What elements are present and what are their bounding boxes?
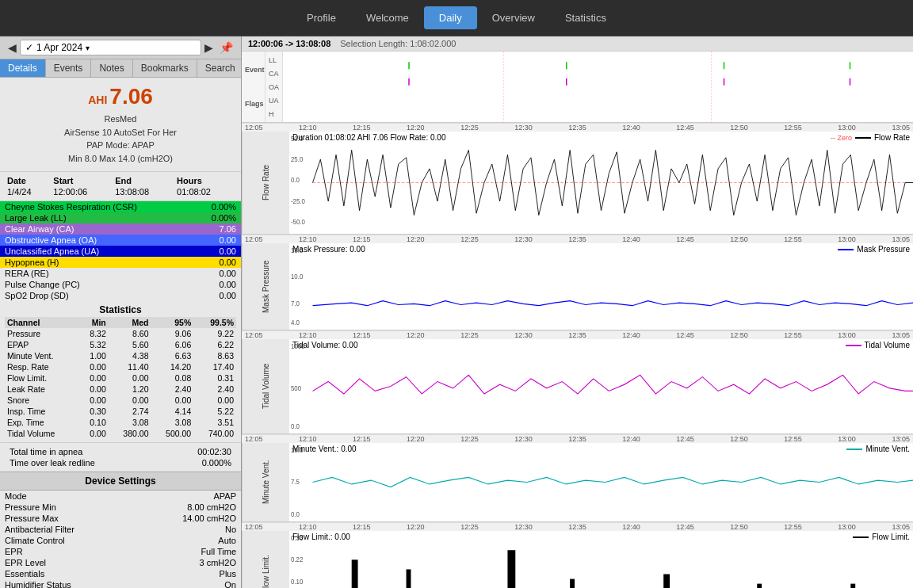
svg-rect-31 — [352, 559, 358, 588]
stats-cell-4-2: 0.00 — [109, 372, 151, 384]
totals-section: Total time in apnea 00:02:30 Time over l… — [0, 442, 241, 472]
setting-row-6: EPR Level3 cmH2O — [0, 557, 241, 568]
x-label-2: 12:15 — [353, 523, 371, 531]
setting-label-5: EPR — [5, 547, 23, 556]
pin-button[interactable]: 📌 — [216, 41, 236, 54]
minute-vent-title: Minute Vent.: 0.00 — [292, 445, 357, 453]
event-row-4: Unclassified Apnea (UA)0.00 — [0, 246, 241, 257]
x-label-4: 12:25 — [460, 435, 479, 443]
minute-vent-legend-text: Minute Vent. — [865, 445, 910, 453]
date-display: 1 Apr 2024 — [36, 42, 82, 53]
x-label-8: 12:45 — [676, 124, 694, 132]
stats-cell-9-4: 740.00 — [193, 428, 236, 439]
sub-tab-notes[interactable]: Notes — [91, 59, 132, 77]
x-label-2: 12:15 — [353, 331, 371, 339]
minute-vent-chart[interactable]: Minute Vent.: 0.00 Minute Vent. 15.0 7.5… — [289, 443, 913, 521]
tab-welcome[interactable]: Welcome — [351, 6, 424, 29]
stats-cell-8-2: 3.08 — [109, 417, 151, 428]
flag-h: H — [269, 110, 279, 118]
x-label-0: 12:05 — [245, 124, 263, 132]
flag-title: Event — [245, 66, 262, 74]
setting-value-7: Plus — [220, 569, 236, 578]
prev-date-button[interactable]: ◀ — [5, 41, 20, 54]
setting-value-5: Full Time — [201, 547, 236, 556]
chevron-down-icon: ▾ — [86, 44, 90, 52]
flow-rate-xaxis: 12:0512:1012:1512:2012:2512:3012:3512:40… — [242, 235, 913, 243]
stats-cell-3-1: 0.00 — [78, 361, 108, 372]
x-label-2: 12:15 — [353, 235, 371, 243]
event-row-1: Large Leak (LL)0.00% — [0, 212, 241, 223]
event-value-7: 0.00 — [220, 280, 236, 289]
stats-cell-7-3: 4.14 — [151, 406, 193, 417]
event-name-6: RERA (RE) — [5, 269, 49, 278]
flow-rate-legend-line — [855, 137, 871, 139]
stats-cell-0-4: 9.22 — [193, 328, 236, 339]
stats-cell-7-1: 0.30 — [78, 406, 108, 417]
setting-row-8: Humidifier StatusOn — [0, 579, 241, 588]
stats-cell-4-0: Flow Limit. — [5, 372, 78, 384]
svg-rect-38 — [850, 584, 855, 588]
event-row-6: RERA (RE)0.00 — [0, 268, 241, 279]
x-label-1: 12:10 — [299, 235, 317, 243]
zero-label: -- Zero — [831, 134, 852, 142]
svg-rect-33 — [507, 550, 515, 588]
mask-pressure-chart[interactable]: Mask Pressure: 0.00 Mask Pressure 13.0 1… — [289, 243, 913, 330]
event-flags-chart[interactable] — [283, 52, 913, 122]
event-name-8: SpO2 Drop (SD) — [5, 291, 69, 300]
svg-rect-36 — [757, 584, 762, 588]
flow-limit-row: Flow Limit. Flow Limit.: 0.00 Flow Limit… — [242, 531, 913, 588]
x-label-1: 12:10 — [299, 331, 317, 339]
sub-tab-events[interactable]: Events — [46, 59, 92, 77]
leak-total-label: Time over leak redline — [10, 458, 95, 468]
stats-cell-5-3: 2.40 — [151, 384, 193, 395]
tidal-volume-legend: Tidal Volume — [846, 341, 910, 349]
next-date-button[interactable]: ▶ — [201, 41, 216, 54]
tab-statistics[interactable]: Statistics — [550, 6, 621, 29]
stats-cell-0-2: 8.60 — [109, 328, 151, 339]
flow-limit-chart[interactable]: Flow Limit.: 0.00 Flow Limit. 0.33 0.22 … — [289, 531, 913, 588]
minute-vent-titlebar: Minute Vent.: 0.00 Minute Vent. — [292, 445, 910, 453]
event-value-4: 0.00 — [220, 246, 236, 256]
sub-tab-bookmarks[interactable]: Bookmarks — [133, 59, 197, 77]
x-label-11: 13:00 — [838, 523, 856, 531]
setting-value-3: No — [225, 525, 236, 534]
stats-header-3: 95% — [151, 317, 193, 328]
x-label-10: 12:55 — [784, 523, 802, 531]
tidal-volume-chart[interactable]: Tidal Volume: 0.00 Tidal Volume 1000 500… — [289, 339, 913, 433]
x-label-11: 13:00 — [838, 435, 856, 443]
sub-tab-search[interactable]: Search — [197, 59, 242, 77]
stats-cell-0-0: Pressure — [5, 328, 78, 339]
event-flags-channels: LL CA OA UA H — [265, 52, 283, 122]
mask-pressure-legend: Mask Pressure — [838, 245, 910, 254]
tab-overview[interactable]: Overview — [477, 6, 550, 29]
x-label-8: 12:45 — [676, 435, 694, 443]
sub-tab-details[interactable]: Details — [0, 59, 46, 77]
minute-vent-ylabel: Minute Vent. — [242, 443, 289, 521]
stats-cell-1-4: 6.22 — [193, 339, 236, 350]
svg-text:25.0: 25.0 — [291, 155, 303, 163]
minute-vent-svg: 15.0 7.5 0.0 — [289, 443, 913, 521]
stats-section: Statistics ChannelMinMed95%99.5% Pressur… — [0, 301, 241, 442]
x-label-4: 12:25 — [460, 124, 479, 132]
x-label-6: 12:35 — [568, 331, 586, 339]
stats-cell-7-0: Insp. Time — [5, 406, 78, 417]
setting-label-6: EPR Level — [5, 558, 46, 567]
flow-rate-legend: -- Zero Flow Rate — [831, 133, 910, 142]
tab-profile[interactable]: Profile — [292, 6, 351, 29]
svg-text:7.5: 7.5 — [291, 477, 300, 486]
svg-text:0.0: 0.0 — [291, 510, 300, 518]
left-panel: ◀ ✓ 1 Apr 2024 ▾ ▶ 📌 Details Events Note… — [0, 36, 242, 588]
svg-rect-32 — [407, 569, 411, 588]
svg-rect-35 — [663, 575, 670, 589]
stats-cell-9-2: 380.00 — [109, 428, 151, 439]
setting-label-8: Humidifier Status — [5, 580, 71, 588]
flow-rate-chart[interactable]: Duration 01:08:02 AHI 7.06 Flow Rate: 0.… — [289, 132, 913, 234]
event-value-0: 0.00% — [212, 202, 236, 212]
stats-cell-8-1: 0.10 — [78, 417, 108, 428]
stats-header-0: Channel — [5, 317, 78, 328]
setting-row-3: Antibacterial FilterNo — [0, 524, 241, 535]
stats-cell-6-0: Snore — [5, 395, 78, 406]
date-dropdown[interactable]: ✓ 1 Apr 2024 ▾ — [20, 40, 201, 55]
tab-daily[interactable]: Daily — [424, 6, 477, 29]
x-label-4: 12:25 — [460, 523, 479, 531]
